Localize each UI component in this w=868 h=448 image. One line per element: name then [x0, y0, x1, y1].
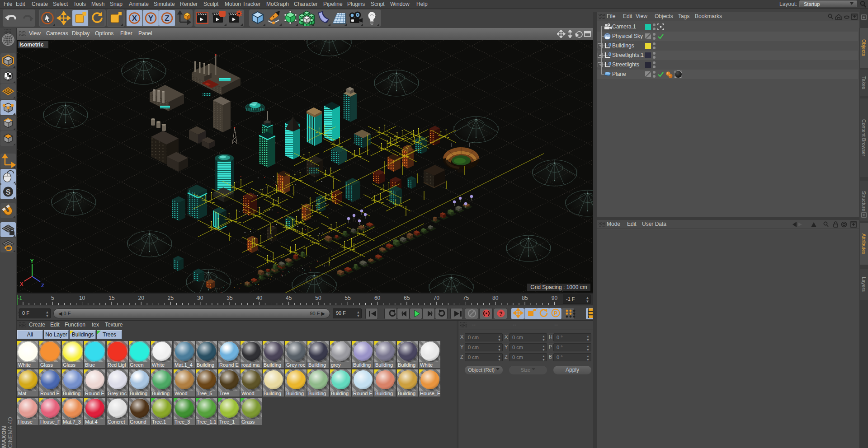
svg-text:P: P — [554, 310, 557, 317]
svg-text:0: 0 — [609, 61, 611, 66]
svg-text:60: 60 — [374, 295, 381, 301]
svg-text:90: 90 — [552, 295, 558, 301]
svg-text:X: X — [20, 281, 24, 287]
svg-text:X: X — [132, 14, 137, 23]
svg-text:?: ? — [499, 311, 502, 317]
svg-text:55: 55 — [345, 295, 351, 301]
svg-text:65: 65 — [404, 295, 410, 301]
svg-text:75: 75 — [463, 295, 469, 301]
svg-text:40: 40 — [256, 295, 263, 301]
svg-text:10: 10 — [79, 295, 85, 301]
svg-text:20: 20 — [138, 295, 145, 301]
svg-text:50: 50 — [315, 295, 321, 301]
svg-text:0: 0 — [609, 52, 611, 57]
svg-text:-1: -1 — [18, 295, 22, 301]
svg-text:45: 45 — [286, 295, 292, 301]
svg-text:15: 15 — [108, 295, 115, 301]
svg-text:Z: Z — [165, 14, 169, 23]
svg-text:Y: Y — [30, 258, 34, 264]
svg-text:0: 0 — [609, 42, 611, 47]
svg-text:Y: Y — [148, 14, 154, 23]
svg-text:25: 25 — [168, 295, 174, 301]
svg-text:S: S — [6, 188, 11, 196]
svg-text:80: 80 — [492, 295, 499, 301]
svg-text:70: 70 — [434, 295, 440, 301]
svg-text:85: 85 — [522, 295, 528, 301]
svg-text:Z: Z — [41, 283, 44, 288]
svg-text:30: 30 — [197, 295, 203, 301]
svg-text:35: 35 — [226, 295, 233, 301]
svg-text:5: 5 — [51, 295, 54, 301]
